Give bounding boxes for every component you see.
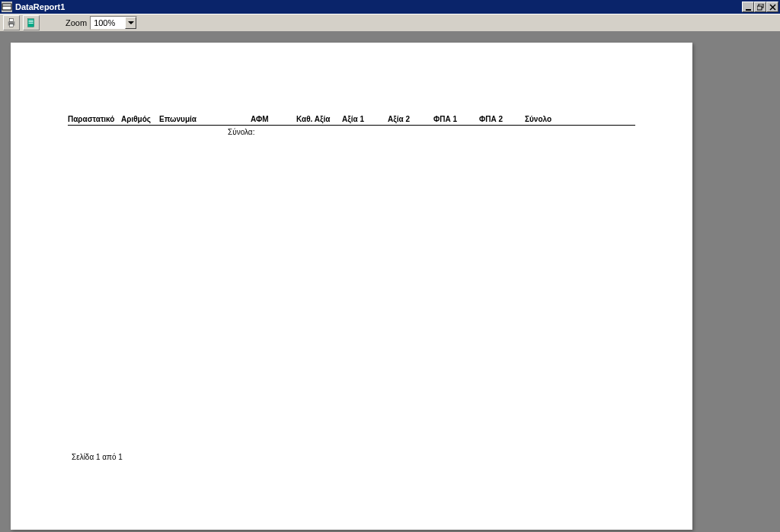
titlebar: DataReport1 [0,0,780,14]
col-header-eponymia: Επωνυμία [159,115,251,123]
totals-row: Σύνολα: [68,126,635,128]
print-button[interactable] [3,15,20,30]
col-header-kathaxia: Καθ. Αξία [296,115,342,123]
svg-rect-13 [29,23,34,24]
svg-rect-8 [9,19,13,22]
svg-rect-12 [29,21,34,22]
col-header-afm: ΑΦΜ [251,115,296,123]
svg-rect-0 [2,4,11,10]
window-controls [742,2,778,12]
col-header-arithmos: Αριθμός [121,115,159,123]
col-header-fpa1: ΦΠΑ 1 [433,115,479,123]
zoom-value: 100% [94,18,115,27]
col-header-sinolo: Σύνολο [525,115,571,123]
svg-rect-2 [746,9,751,11]
restore-button[interactable] [754,2,766,12]
titlebar-left: DataReport1 [2,2,65,12]
report-viewport[interactable]: Παραστατικό Αριθμός Επωνυμία ΑΦΜ Καθ. Αξ… [0,32,780,532]
close-button[interactable] [766,2,778,12]
export-button[interactable] [23,15,40,30]
zoom-label: Zoom [66,18,87,27]
zoom-select[interactable]: 100% [90,16,137,30]
toolbar: Zoom 100% [0,14,780,32]
report-column-headers: Παραστατικό Αριθμός Επωνυμία ΑΦΜ Καθ. Αξ… [68,115,635,126]
app-icon [2,2,12,12]
col-header-axia1: Αξία 1 [342,115,388,123]
document-icon [26,18,37,28]
col-header-axia2: Αξία 2 [388,115,433,123]
col-header-parastatiko: Παραστατικό [68,115,121,123]
svg-rect-11 [29,21,34,21]
totals-label: Σύνολα: [228,128,254,136]
svg-rect-4 [757,6,762,10]
page-footer: Σελίδα 1 από 1 [72,453,123,461]
svg-rect-9 [9,24,13,27]
report-page: Παραστατικό Αριθμός Επωνυμία ΑΦΜ Καθ. Αξ… [11,43,692,530]
totals-underline [292,125,571,126]
chevron-down-icon[interactable] [125,17,136,29]
col-header-fpa2: ΦΠΑ 2 [479,115,525,123]
printer-icon [6,18,17,28]
window-title: DataReport1 [15,2,65,11]
minimize-button[interactable] [742,2,754,12]
